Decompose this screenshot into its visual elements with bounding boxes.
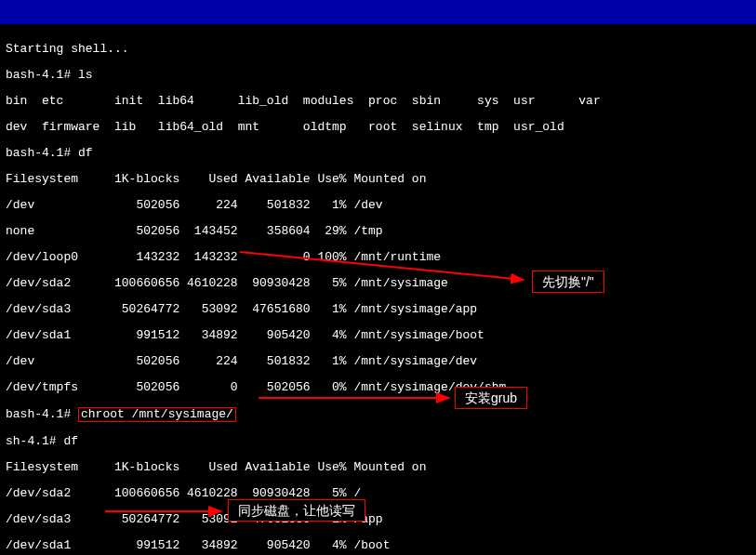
output-line: Filesystem 1K-blocks Used Available Use%… <box>6 173 750 186</box>
command: df <box>78 146 93 160</box>
prompt: bash-4.1# <box>6 68 78 82</box>
output-line: /dev/sda2 100660656 4610228 90930428 5% … <box>6 277 750 290</box>
prompt-line: sh-4.1# df <box>6 435 750 448</box>
output-line: none 502056 143452 358604 29% /tmp <box>6 225 750 238</box>
callout-chroot: 先切换"/" <box>532 271 604 293</box>
output-line: /dev/tmpfs 502056 0 502056 0% /mnt/sysim… <box>6 381 750 394</box>
output-line: /dev/sda2 100660656 4610228 90930428 5% … <box>6 487 750 500</box>
prompt-line: bash-4.1# df <box>6 147 750 160</box>
output-line: /dev/sda3 50264772 53092 47651680 1% /ap… <box>6 513 750 526</box>
terminal[interactable]: Starting shell... bash-4.1# ls bin etc i… <box>0 24 756 555</box>
command-highlight: chroot /mnt/sysimage/ <box>78 407 236 422</box>
prompt-line: bash-4.1# chroot /mnt/sysimage/ <box>6 407 750 422</box>
titlebar <box>0 0 756 24</box>
output-line: /dev/loop0 143232 143232 0 100% /mnt/run… <box>6 251 750 264</box>
prompt: bash-4.1# <box>6 407 78 421</box>
output-line: dev firmware lib lib64_old mnt oldtmp ro… <box>6 121 750 134</box>
command: df <box>63 434 78 448</box>
output-line: /dev/sda1 991512 34892 905420 4% /mnt/sy… <box>6 329 750 342</box>
command: ls <box>78 68 93 82</box>
output-line: /dev/sda3 50264772 53092 47651680 1% /mn… <box>6 303 750 316</box>
output-line: /dev 502056 224 501832 1% /mnt/sysimage/… <box>6 355 750 368</box>
output-line: Filesystem 1K-blocks Used Available Use%… <box>6 461 750 474</box>
callout-grub: 安装grub <box>455 387 527 409</box>
output-line: Starting shell... <box>6 43 750 56</box>
output-line: /dev 502056 224 501832 1% /dev <box>6 199 750 212</box>
prompt-line: bash-4.1# ls <box>6 69 750 82</box>
prompt: bash-4.1# <box>6 146 78 160</box>
callout-sync: 同步磁盘，让他读写 <box>228 499 365 522</box>
output-line: bin etc init lib64 lib_old modules proc … <box>6 95 750 108</box>
prompt: sh-4.1# <box>6 434 63 448</box>
output-line: /dev/sda1 991512 34892 905420 4% /boot <box>6 539 750 552</box>
